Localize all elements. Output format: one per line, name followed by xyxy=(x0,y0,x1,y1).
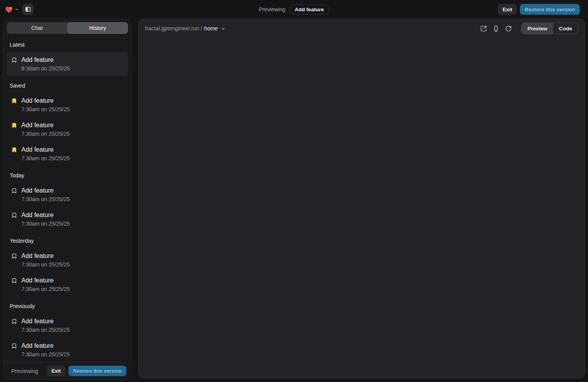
section-header-latest: Latest xyxy=(10,42,125,48)
view-toggle-code[interactable]: Code xyxy=(553,23,578,34)
history-item[interactable]: Add feature7:30am on 25/25/25 xyxy=(7,117,128,142)
history-item-timestamp: 7:30am on 25/25/25 xyxy=(21,221,70,227)
preview-code-toggle: PreviewCode xyxy=(521,23,578,34)
restore-version-button[interactable]: Restore this version xyxy=(520,4,580,15)
history-item-title: Add feature xyxy=(21,56,70,64)
bookmark-outline-icon xyxy=(11,319,17,324)
history-item[interactable]: Add feature7:30am on 25/25/25 xyxy=(7,248,128,272)
bookmark-outline-icon xyxy=(11,278,17,284)
history-item-title: Add feature xyxy=(21,146,70,154)
section-header-saved: Saved xyxy=(10,82,125,89)
tab-history[interactable]: History xyxy=(67,22,128,34)
history-item-text: Add feature8:30am on 25/25/25 xyxy=(21,56,70,72)
mobile-preview-icon[interactable] xyxy=(493,25,499,32)
history-item[interactable]: Add feature7:30am on 25/25/25 xyxy=(7,272,128,297)
exit-button[interactable]: Exit xyxy=(498,4,517,15)
history-item-timestamp: 7:30am on 25/25/25 xyxy=(21,286,70,293)
history-item-timestamp: 7:30am on 25/25/25 xyxy=(21,351,70,358)
history-item-timestamp: 7:30am on 25/25/25 xyxy=(21,196,70,203)
history-item-title: Add feature xyxy=(21,187,70,195)
history-item-timestamp: 8:30am on 25/25/25 xyxy=(21,65,70,72)
history-item-text: Add feature7:30am on 25/25/25 xyxy=(21,146,70,162)
history-item[interactable]: Add feature7:30am on 25/25/25 xyxy=(7,182,128,207)
top-bar: Previewing Add feature Exit Restore this… xyxy=(0,0,588,19)
history-item[interactable]: Add feature7:30am on 25/25/25 xyxy=(7,207,128,231)
sidebar-footer: Previewing Exit Restore this version xyxy=(4,362,131,379)
url-domain: fractal.gptengineer.run / xyxy=(145,25,202,32)
topbar-center: Previewing Add feature xyxy=(259,5,329,14)
version-badge: Add feature xyxy=(289,5,329,14)
history-item[interactable]: Add feature7:30am on 25/25/25 xyxy=(7,142,128,166)
panel-left-icon xyxy=(25,6,31,12)
history-item-title: Add feature xyxy=(21,277,70,284)
history-list: LatestAdd feature8:30am on 25/25/25Saved… xyxy=(4,37,131,362)
chevron-down-icon xyxy=(221,26,226,31)
chevron-down-icon xyxy=(15,7,19,11)
url-page: home xyxy=(204,25,218,32)
history-item[interactable]: Add feature7:30am on 25/25/25 xyxy=(7,338,128,362)
lovable-logo-icon xyxy=(5,6,13,13)
history-item-title: Add feature xyxy=(21,121,70,129)
history-item[interactable]: Add feature7:30am on 25/25/25 xyxy=(7,313,128,338)
bookmark-filled-icon xyxy=(11,147,17,153)
bookmark-outline-icon xyxy=(11,188,17,194)
footer-exit-button[interactable]: Exit xyxy=(47,366,65,376)
footer-previewing-label: Previewing xyxy=(11,368,38,374)
refresh-icon[interactable] xyxy=(505,25,512,32)
history-item-title: Add feature xyxy=(21,97,70,105)
preview-header-actions: PreviewCode xyxy=(480,23,578,34)
history-item-timestamp: 7:30am on 25/25/25 xyxy=(21,155,70,162)
workspace-menu-button[interactable] xyxy=(5,6,19,13)
section-header-previously: Previously xyxy=(10,303,125,309)
section-header-today: Today xyxy=(10,172,125,179)
view-toggle-preview[interactable]: Preview xyxy=(522,23,553,34)
history-item-title: Add feature xyxy=(21,342,70,350)
section-header-yesterday: Yesterday xyxy=(10,238,125,244)
history-item-text: Add feature7:30am on 25/25/25 xyxy=(21,342,70,358)
history-item-title: Add feature xyxy=(21,211,70,219)
history-item-title: Add feature xyxy=(21,252,70,260)
open-in-new-icon[interactable] xyxy=(480,25,487,32)
tab-chat[interactable]: Chat xyxy=(7,22,67,34)
bookmark-outline-icon xyxy=(11,253,17,259)
bookmark-outline-icon xyxy=(11,212,17,218)
history-item-text: Add feature7:30am on 25/25/25 xyxy=(21,252,70,268)
history-item-timestamp: 7:30am on 25/25/25 xyxy=(21,106,70,113)
url-breadcrumb[interactable]: fractal.gptengineer.run / home xyxy=(145,25,226,32)
previewing-label: Previewing xyxy=(259,6,285,12)
preview-header: fractal.gptengineer.run / home xyxy=(139,19,584,38)
history-item-text: Add feature7:30am on 25/25/25 xyxy=(21,97,70,113)
bookmark-outline-icon xyxy=(11,343,17,349)
history-item-title: Add feature xyxy=(21,317,70,325)
history-item-text: Add feature7:30am on 25/25/25 xyxy=(21,317,70,333)
bookmark-outline-icon xyxy=(11,57,17,63)
bookmark-filled-icon xyxy=(11,123,17,128)
history-item-timestamp: 7:30am on 25/25/25 xyxy=(21,131,70,137)
history-item-text: Add feature7:30am on 25/25/25 xyxy=(21,277,70,293)
history-item[interactable]: Add feature8:30am on 25/25/25 xyxy=(7,52,128,76)
history-item-text: Add feature7:30am on 25/25/25 xyxy=(21,121,70,137)
chat-history-tabs: ChatHistory xyxy=(7,22,128,34)
history-item-timestamp: 7:30am on 25/25/25 xyxy=(21,327,70,333)
history-item-text: Add feature7:30am on 25/25/25 xyxy=(21,211,70,227)
topbar-right: Exit Restore this version xyxy=(498,4,580,15)
history-item-timestamp: 7:30am on 25/25/25 xyxy=(21,261,70,268)
topbar-left xyxy=(5,4,33,15)
history-item[interactable]: Add feature7:30am on 25/25/25 xyxy=(7,93,128,117)
bookmark-filled-icon xyxy=(11,98,17,104)
history-item-text: Add feature7:30am on 25/25/25 xyxy=(21,187,70,203)
sidebar: ChatHistory LatestAdd feature8:30am on 2… xyxy=(3,19,131,380)
preview-content xyxy=(139,38,584,378)
footer-restore-version-button[interactable]: Restore this version xyxy=(68,366,126,376)
preview-panel: fractal.gptengineer.run / home xyxy=(138,19,585,378)
sidebar-toggle-button[interactable] xyxy=(23,4,33,15)
